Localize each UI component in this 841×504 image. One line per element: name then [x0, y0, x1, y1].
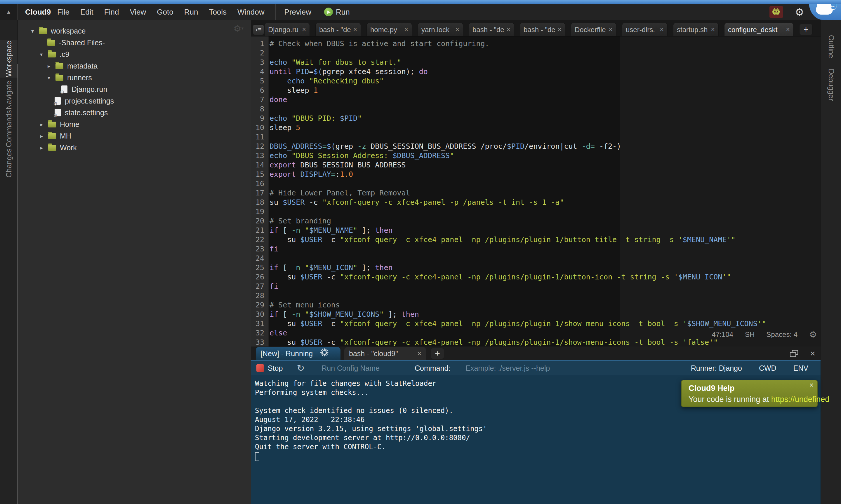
- editor-tab[interactable]: bash - "de×: [315, 23, 361, 36]
- code-token: 1.0: [340, 170, 353, 179]
- chevron-right-icon[interactable]: ▸: [40, 145, 48, 151]
- code-token: [: [278, 263, 291, 272]
- tree-row[interactable]: state.settings: [18, 107, 251, 119]
- editor-tab[interactable]: Dockerfile×: [571, 23, 616, 36]
- preview-button[interactable]: Preview: [285, 7, 311, 17]
- close-icon[interactable]: ×: [609, 26, 613, 34]
- close-icon[interactable]: ×: [786, 26, 790, 34]
- line-number: 10: [251, 123, 268, 132]
- menu-window[interactable]: Window: [237, 7, 264, 17]
- chevron-right-icon[interactable]: ▸: [48, 63, 55, 69]
- new-tab-button[interactable]: +: [799, 24, 813, 35]
- tree-row[interactable]: ▸Home: [18, 119, 251, 130]
- sidebar-tab-commands[interactable]: Commands: [0, 115, 18, 143]
- code-token: '": [757, 319, 766, 328]
- menu-file[interactable]: File: [57, 7, 69, 17]
- sidebar-tab-debugger[interactable]: Debugger: [821, 59, 841, 110]
- editor-tab[interactable]: yarn.lock×: [417, 23, 463, 36]
- menu-goto[interactable]: Goto: [157, 7, 173, 17]
- settings-gear-icon[interactable]: ⚙: [790, 6, 809, 18]
- tree-row[interactable]: -Shared Files-: [18, 37, 251, 49]
- tree-row[interactable]: ▸MH: [18, 130, 251, 142]
- editor-tab-label: bash - "de: [319, 26, 351, 34]
- tree-row[interactable]: ▾runners: [18, 72, 251, 84]
- menu-run[interactable]: Run: [184, 7, 198, 17]
- sidebar-tab-changes[interactable]: Changes: [0, 148, 18, 178]
- close-icon[interactable]: ×: [558, 26, 562, 34]
- menu-find[interactable]: Find: [104, 7, 119, 17]
- console-add-tab-button[interactable]: +: [431, 348, 444, 359]
- chevron-down-icon[interactable]: ▾: [40, 51, 48, 57]
- code-token: if: [270, 310, 278, 319]
- close-icon[interactable]: ×: [507, 26, 511, 34]
- code-line: su $USER -c "xfconf-query -c xfce4-panel…: [269, 235, 821, 245]
- code-token: [287, 114, 291, 123]
- window-controls-divider: [804, 348, 804, 359]
- tree-row[interactable]: ▾workspace: [18, 25, 251, 37]
- debugger-bug-icon[interactable]: [770, 6, 783, 18]
- chevron-down-icon[interactable]: ▾: [31, 28, 39, 34]
- maximize-panel-icon[interactable]: [790, 350, 798, 357]
- editor-tab[interactable]: home.py×: [366, 23, 412, 36]
- command-input[interactable]: Example: ./server.js --help: [465, 364, 550, 373]
- tree-row[interactable]: Django.run: [18, 84, 251, 95]
- editor-tab[interactable]: bash - "de×: [520, 23, 565, 36]
- tree-row[interactable]: project.settings: [18, 95, 251, 107]
- line-number: 3: [251, 58, 268, 67]
- editor-tab[interactable]: configure_deskt×: [724, 23, 794, 36]
- close-icon[interactable]: ×: [711, 26, 715, 34]
- stop-square-icon: [256, 364, 264, 372]
- menu-edit[interactable]: Edit: [80, 7, 93, 17]
- code-editor[interactable]: 1234567891011121314151617181920212223242…: [251, 36, 821, 346]
- cwd-button[interactable]: CWD: [759, 364, 776, 373]
- tree-row[interactable]: ▸Work: [18, 142, 251, 154]
- menu-tools[interactable]: Tools: [209, 7, 227, 17]
- chevron-right-icon[interactable]: ▸: [40, 121, 48, 127]
- cursor-position[interactable]: 47:104: [712, 330, 733, 339]
- runner-selector[interactable]: Runner: Django: [691, 364, 742, 373]
- chevron-right-icon[interactable]: ▸: [40, 133, 48, 139]
- notification-link[interactable]: https://undefined: [771, 395, 829, 404]
- close-icon[interactable]: ×: [417, 350, 422, 358]
- run-config-name-input[interactable]: Run Config Name: [322, 364, 380, 373]
- chevron-down-icon[interactable]: ▾: [48, 75, 55, 81]
- tab-list-button[interactable]: ◂ ≡: [253, 24, 264, 35]
- code-token: 1: [314, 86, 318, 94]
- sidebar-tab-navigate[interactable]: Navigate: [0, 81, 18, 109]
- editor-tab[interactable]: startup.sh×: [673, 23, 719, 36]
- console-tab[interactable]: [New] - Running: [256, 347, 341, 360]
- stop-button[interactable]: Stop: [256, 364, 283, 373]
- tree-row[interactable]: ▸metadata: [18, 60, 251, 72]
- spaces-setting[interactable]: Spaces: 4: [766, 330, 797, 339]
- close-icon[interactable]: ×: [405, 26, 408, 34]
- syntax-mode[interactable]: SH: [745, 330, 755, 339]
- menu-items: FileEditFindViewGotoRunToolsWindow: [57, 7, 275, 17]
- restart-icon[interactable]: ↻: [297, 362, 305, 374]
- line-number: 1: [251, 39, 268, 49]
- editor-tab[interactable]: user-dirs.×: [622, 23, 668, 36]
- collapse-menubar-button[interactable]: ▲: [0, 4, 18, 20]
- menubar-right: ⚙ 9: [770, 4, 841, 20]
- notification-close-icon[interactable]: ×: [809, 381, 813, 389]
- console-tab[interactable]: bash - "cloud9"×: [344, 347, 426, 360]
- code-line: [269, 207, 821, 216]
- code-token: export: [270, 161, 296, 169]
- editor-tab[interactable]: Django.ru×: [264, 23, 310, 36]
- env-button[interactable]: ENV: [793, 364, 808, 373]
- code-token: [: [278, 310, 291, 319]
- line-number: 17: [251, 188, 268, 198]
- editor-tab[interactable]: bash - "de×: [469, 23, 514, 36]
- tree-row[interactable]: ▾.c9: [18, 49, 251, 60]
- code-token: "DBUS Session Address:: [291, 151, 393, 160]
- sidebar-tab-workspace[interactable]: Workspace: [0, 40, 18, 77]
- runbar-divider: [405, 360, 405, 376]
- close-icon[interactable]: ×: [456, 26, 459, 34]
- close-icon[interactable]: ×: [302, 26, 306, 34]
- cloud9-menu[interactable]: Cloud9: [25, 7, 51, 17]
- close-icon[interactable]: ×: [660, 26, 664, 34]
- close-icon[interactable]: ×: [353, 26, 357, 34]
- run-button[interactable]: ▶ Run: [324, 7, 350, 17]
- close-panel-icon[interactable]: ×: [810, 348, 815, 358]
- statusbar-gear-icon[interactable]: ⚙: [809, 329, 817, 340]
- menu-view[interactable]: View: [130, 7, 146, 17]
